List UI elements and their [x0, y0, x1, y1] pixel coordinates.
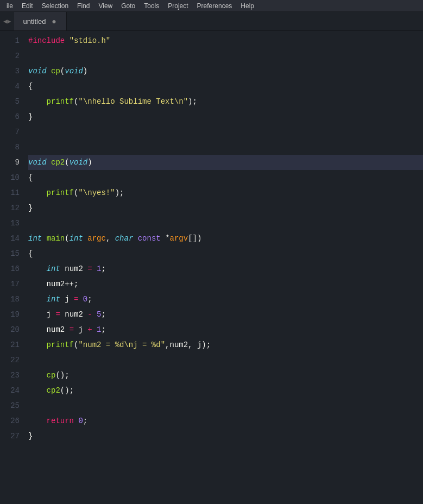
code-line-15: {	[28, 246, 423, 261]
line-num-19: 19	[2, 307, 20, 322]
code-line-12: }	[28, 200, 423, 216]
code-line-4: {	[28, 79, 423, 94]
code-area[interactable]: #include "stdio.h" void cp(void) { print…	[24, 31, 423, 504]
line-num-8: 8	[2, 140, 20, 155]
code-line-1: #include "stdio.h"	[28, 33, 423, 48]
tab-untitled[interactable]: untitled ●	[14, 12, 67, 30]
line-num-15: 15	[2, 246, 20, 261]
code-line-3: void cp(void)	[28, 64, 423, 79]
line-num-11: 11	[2, 185, 20, 200]
code-line-10: {	[28, 170, 423, 185]
code-line-18: int j = 0;	[28, 292, 423, 307]
code-line-13	[28, 216, 423, 231]
code-line-9: void cp2(void)	[28, 155, 423, 170]
code-line-16: int num2 = 1;	[28, 261, 423, 276]
line-num-20: 20	[2, 322, 20, 337]
menu-view[interactable]: View	[94, 1, 117, 11]
editor: 1 2 3 4 5 6 7 8 9 10 11 12 13 14 15 16 1…	[0, 31, 423, 504]
line-num-4: 4	[2, 79, 20, 94]
code-line-20: num2 = j + 1;	[28, 322, 423, 337]
line-numbers: 1 2 3 4 5 6 7 8 9 10 11 12 13 14 15 16 1…	[0, 31, 24, 504]
menu-file[interactable]: ile	[2, 1, 17, 11]
menu-selection[interactable]: Selection	[37, 1, 73, 11]
code-line-26: return 0;	[28, 413, 423, 429]
code-line-11: printf("\nyes!");	[28, 185, 423, 200]
menu-project[interactable]: Project	[163, 1, 192, 11]
tab-bar: ◀ ▶ untitled ●	[0, 12, 423, 31]
line-num-12: 12	[2, 200, 20, 216]
menu-goto[interactable]: Goto	[117, 1, 140, 11]
line-num-13: 13	[2, 216, 20, 231]
line-num-18: 18	[2, 292, 20, 307]
code-line-22	[28, 352, 423, 368]
line-num-9: 9	[2, 155, 20, 170]
line-num-25: 25	[2, 398, 20, 413]
line-num-24: 24	[2, 383, 20, 398]
code-line-17: num2++;	[28, 276, 423, 292]
line-num-5: 5	[2, 94, 20, 109]
code-line-23: cp();	[28, 368, 423, 383]
code-line-19: j = num2 - 5;	[28, 307, 423, 322]
tab-nav-arrows: ◀ ▶	[0, 12, 14, 30]
menu-edit[interactable]: Edit	[17, 1, 37, 11]
tab-title: untitled	[23, 17, 46, 26]
code-line-24: cp2();	[28, 383, 423, 398]
menu-help[interactable]: Help	[236, 1, 258, 11]
tab-arrow-left[interactable]: ◀	[3, 17, 7, 26]
line-num-26: 26	[2, 413, 20, 429]
code-line-14: int main(int argc, char const *argv[])	[28, 231, 423, 246]
code-line-21: printf("num2 = %d\nj = %d",num2, j);	[28, 337, 423, 352]
tab-close-button[interactable]: ●	[50, 17, 58, 25]
menu-find[interactable]: Find	[73, 1, 94, 11]
line-num-10: 10	[2, 170, 20, 185]
code-line-2	[28, 48, 423, 64]
line-num-14: 14	[2, 231, 20, 246]
code-line-8	[28, 140, 423, 155]
menu-bar: ile Edit Selection Find View Goto Tools …	[0, 0, 423, 12]
line-num-6: 6	[2, 109, 20, 124]
line-num-27: 27	[2, 429, 20, 444]
code-line-27: }	[28, 429, 423, 444]
code-line-25	[28, 398, 423, 413]
line-num-2: 2	[2, 48, 20, 64]
code-line-7	[28, 124, 423, 140]
line-num-16: 16	[2, 261, 20, 276]
line-num-22: 22	[2, 352, 20, 368]
line-num-21: 21	[2, 337, 20, 352]
line-num-17: 17	[2, 276, 20, 292]
menu-preferences[interactable]: Preferences	[193, 1, 237, 11]
line-num-7: 7	[2, 124, 20, 140]
line-num-3: 3	[2, 64, 20, 79]
line-num-23: 23	[2, 368, 20, 383]
tab-arrow-right[interactable]: ▶	[7, 17, 11, 26]
code-line-6: }	[28, 109, 423, 124]
code-line-5: printf("\nhello Sublime Text\n");	[28, 94, 423, 109]
menu-tools[interactable]: Tools	[140, 1, 163, 11]
line-num-1: 1	[2, 33, 20, 48]
